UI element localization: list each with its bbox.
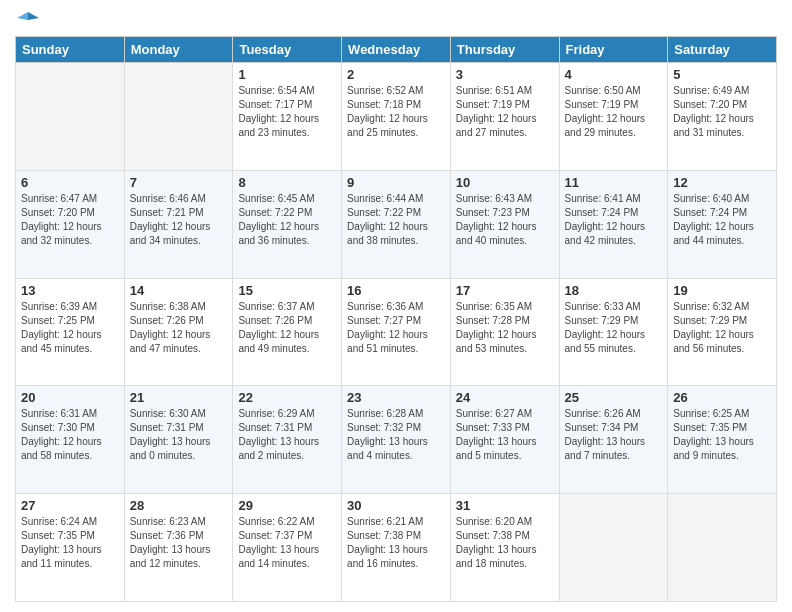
day-info: Sunrise: 6:36 AM Sunset: 7:27 PM Dayligh… xyxy=(347,300,445,356)
calendar-table: Sunday Monday Tuesday Wednesday Thursday… xyxy=(15,36,777,602)
table-row: 21Sunrise: 6:30 AM Sunset: 7:31 PM Dayli… xyxy=(124,386,233,494)
table-row xyxy=(124,63,233,171)
table-row: 9Sunrise: 6:44 AM Sunset: 7:22 PM Daylig… xyxy=(342,170,451,278)
day-number: 24 xyxy=(456,390,554,405)
table-row: 30Sunrise: 6:21 AM Sunset: 7:38 PM Dayli… xyxy=(342,494,451,602)
table-row: 22Sunrise: 6:29 AM Sunset: 7:31 PM Dayli… xyxy=(233,386,342,494)
day-info: Sunrise: 6:23 AM Sunset: 7:36 PM Dayligh… xyxy=(130,515,228,571)
table-row: 7Sunrise: 6:46 AM Sunset: 7:21 PM Daylig… xyxy=(124,170,233,278)
table-row: 29Sunrise: 6:22 AM Sunset: 7:37 PM Dayli… xyxy=(233,494,342,602)
day-info: Sunrise: 6:41 AM Sunset: 7:24 PM Dayligh… xyxy=(565,192,663,248)
day-number: 5 xyxy=(673,67,771,82)
svg-marker-1 xyxy=(17,12,28,20)
table-row: 8Sunrise: 6:45 AM Sunset: 7:22 PM Daylig… xyxy=(233,170,342,278)
calendar-header-row: Sunday Monday Tuesday Wednesday Thursday… xyxy=(16,37,777,63)
table-row xyxy=(16,63,125,171)
table-row: 15Sunrise: 6:37 AM Sunset: 7:26 PM Dayli… xyxy=(233,278,342,386)
calendar-week-row: 1Sunrise: 6:54 AM Sunset: 7:17 PM Daylig… xyxy=(16,63,777,171)
table-row: 17Sunrise: 6:35 AM Sunset: 7:28 PM Dayli… xyxy=(450,278,559,386)
table-row: 12Sunrise: 6:40 AM Sunset: 7:24 PM Dayli… xyxy=(668,170,777,278)
table-row: 14Sunrise: 6:38 AM Sunset: 7:26 PM Dayli… xyxy=(124,278,233,386)
table-row: 2Sunrise: 6:52 AM Sunset: 7:18 PM Daylig… xyxy=(342,63,451,171)
day-number: 9 xyxy=(347,175,445,190)
col-sunday: Sunday xyxy=(16,37,125,63)
day-info: Sunrise: 6:49 AM Sunset: 7:20 PM Dayligh… xyxy=(673,84,771,140)
day-info: Sunrise: 6:50 AM Sunset: 7:19 PM Dayligh… xyxy=(565,84,663,140)
col-tuesday: Tuesday xyxy=(233,37,342,63)
day-info: Sunrise: 6:46 AM Sunset: 7:21 PM Dayligh… xyxy=(130,192,228,248)
day-number: 17 xyxy=(456,283,554,298)
calendar-week-row: 13Sunrise: 6:39 AM Sunset: 7:25 PM Dayli… xyxy=(16,278,777,386)
day-number: 6 xyxy=(21,175,119,190)
day-info: Sunrise: 6:37 AM Sunset: 7:26 PM Dayligh… xyxy=(238,300,336,356)
col-monday: Monday xyxy=(124,37,233,63)
table-row: 6Sunrise: 6:47 AM Sunset: 7:20 PM Daylig… xyxy=(16,170,125,278)
day-number: 31 xyxy=(456,498,554,513)
day-info: Sunrise: 6:26 AM Sunset: 7:34 PM Dayligh… xyxy=(565,407,663,463)
svg-marker-0 xyxy=(28,12,39,20)
day-info: Sunrise: 6:24 AM Sunset: 7:35 PM Dayligh… xyxy=(21,515,119,571)
table-row: 23Sunrise: 6:28 AM Sunset: 7:32 PM Dayli… xyxy=(342,386,451,494)
day-number: 28 xyxy=(130,498,228,513)
day-number: 26 xyxy=(673,390,771,405)
day-info: Sunrise: 6:38 AM Sunset: 7:26 PM Dayligh… xyxy=(130,300,228,356)
day-info: Sunrise: 6:54 AM Sunset: 7:17 PM Dayligh… xyxy=(238,84,336,140)
table-row: 1Sunrise: 6:54 AM Sunset: 7:17 PM Daylig… xyxy=(233,63,342,171)
day-info: Sunrise: 6:33 AM Sunset: 7:29 PM Dayligh… xyxy=(565,300,663,356)
day-info: Sunrise: 6:47 AM Sunset: 7:20 PM Dayligh… xyxy=(21,192,119,248)
table-row: 19Sunrise: 6:32 AM Sunset: 7:29 PM Dayli… xyxy=(668,278,777,386)
table-row: 25Sunrise: 6:26 AM Sunset: 7:34 PM Dayli… xyxy=(559,386,668,494)
day-info: Sunrise: 6:29 AM Sunset: 7:31 PM Dayligh… xyxy=(238,407,336,463)
day-number: 4 xyxy=(565,67,663,82)
calendar-week-row: 6Sunrise: 6:47 AM Sunset: 7:20 PM Daylig… xyxy=(16,170,777,278)
day-number: 18 xyxy=(565,283,663,298)
day-info: Sunrise: 6:44 AM Sunset: 7:22 PM Dayligh… xyxy=(347,192,445,248)
day-info: Sunrise: 6:52 AM Sunset: 7:18 PM Dayligh… xyxy=(347,84,445,140)
day-number: 1 xyxy=(238,67,336,82)
day-number: 16 xyxy=(347,283,445,298)
day-number: 11 xyxy=(565,175,663,190)
day-info: Sunrise: 6:21 AM Sunset: 7:38 PM Dayligh… xyxy=(347,515,445,571)
day-number: 3 xyxy=(456,67,554,82)
col-thursday: Thursday xyxy=(450,37,559,63)
day-number: 13 xyxy=(21,283,119,298)
day-number: 7 xyxy=(130,175,228,190)
day-info: Sunrise: 6:43 AM Sunset: 7:23 PM Dayligh… xyxy=(456,192,554,248)
day-number: 12 xyxy=(673,175,771,190)
table-row: 20Sunrise: 6:31 AM Sunset: 7:30 PM Dayli… xyxy=(16,386,125,494)
day-info: Sunrise: 6:32 AM Sunset: 7:29 PM Dayligh… xyxy=(673,300,771,356)
day-info: Sunrise: 6:31 AM Sunset: 7:30 PM Dayligh… xyxy=(21,407,119,463)
day-number: 25 xyxy=(565,390,663,405)
day-info: Sunrise: 6:28 AM Sunset: 7:32 PM Dayligh… xyxy=(347,407,445,463)
day-info: Sunrise: 6:25 AM Sunset: 7:35 PM Dayligh… xyxy=(673,407,771,463)
day-info: Sunrise: 6:20 AM Sunset: 7:38 PM Dayligh… xyxy=(456,515,554,571)
table-row: 5Sunrise: 6:49 AM Sunset: 7:20 PM Daylig… xyxy=(668,63,777,171)
day-info: Sunrise: 6:22 AM Sunset: 7:37 PM Dayligh… xyxy=(238,515,336,571)
day-number: 27 xyxy=(21,498,119,513)
table-row: 27Sunrise: 6:24 AM Sunset: 7:35 PM Dayli… xyxy=(16,494,125,602)
logo-bird-icon xyxy=(17,8,39,30)
table-row: 24Sunrise: 6:27 AM Sunset: 7:33 PM Dayli… xyxy=(450,386,559,494)
table-row: 3Sunrise: 6:51 AM Sunset: 7:19 PM Daylig… xyxy=(450,63,559,171)
day-info: Sunrise: 6:35 AM Sunset: 7:28 PM Dayligh… xyxy=(456,300,554,356)
table-row xyxy=(668,494,777,602)
day-number: 30 xyxy=(347,498,445,513)
table-row: 16Sunrise: 6:36 AM Sunset: 7:27 PM Dayli… xyxy=(342,278,451,386)
table-row xyxy=(559,494,668,602)
table-row: 10Sunrise: 6:43 AM Sunset: 7:23 PM Dayli… xyxy=(450,170,559,278)
day-number: 15 xyxy=(238,283,336,298)
day-number: 14 xyxy=(130,283,228,298)
day-number: 21 xyxy=(130,390,228,405)
day-info: Sunrise: 6:30 AM Sunset: 7:31 PM Dayligh… xyxy=(130,407,228,463)
day-number: 29 xyxy=(238,498,336,513)
day-info: Sunrise: 6:40 AM Sunset: 7:24 PM Dayligh… xyxy=(673,192,771,248)
day-number: 8 xyxy=(238,175,336,190)
calendar-week-row: 27Sunrise: 6:24 AM Sunset: 7:35 PM Dayli… xyxy=(16,494,777,602)
day-number: 22 xyxy=(238,390,336,405)
day-number: 23 xyxy=(347,390,445,405)
day-number: 2 xyxy=(347,67,445,82)
table-row: 28Sunrise: 6:23 AM Sunset: 7:36 PM Dayli… xyxy=(124,494,233,602)
day-info: Sunrise: 6:45 AM Sunset: 7:22 PM Dayligh… xyxy=(238,192,336,248)
col-wednesday: Wednesday xyxy=(342,37,451,63)
day-number: 19 xyxy=(673,283,771,298)
